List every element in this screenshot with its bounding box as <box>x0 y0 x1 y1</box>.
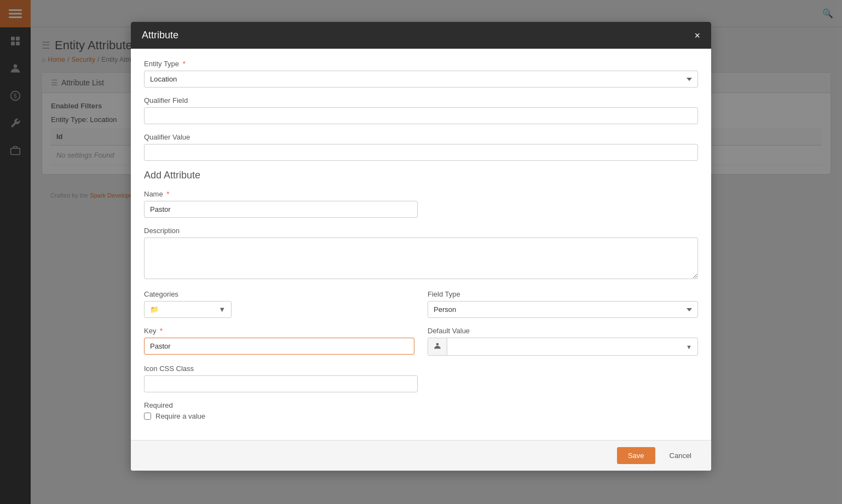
modal-title: Attribute <box>142 30 178 41</box>
field-type-label: Field Type <box>428 290 698 298</box>
save-button[interactable]: Save <box>617 447 655 464</box>
qualifier-field-input[interactable] <box>144 107 698 124</box>
qualifier-field-group: Qualifier Field <box>144 96 698 124</box>
icon-css-class-group: Icon CSS Class <box>144 364 698 392</box>
require-value-checkbox[interactable] <box>144 413 151 420</box>
description-textarea[interactable] <box>144 237 698 279</box>
key-required: * <box>160 327 163 335</box>
modal-body: Entity Type * Location Person Group Camp… <box>131 49 711 440</box>
modal-overlay: Attribute × Entity Type * Location Perso… <box>0 0 842 504</box>
field-type-select[interactable]: Person Text Integer Boolean Date <box>428 301 698 318</box>
require-value-label: Require a value <box>155 412 205 420</box>
required-group: Required Require a value <box>144 401 698 420</box>
entity-type-required: * <box>183 60 186 68</box>
name-required: * <box>166 190 169 198</box>
name-group: Name * <box>144 190 698 218</box>
name-label: Name * <box>144 190 698 198</box>
modal-footer: Save Cancel <box>131 440 711 471</box>
entity-type-label: Entity Type * <box>144 60 698 68</box>
key-default-row: Key * Default Value ▼ <box>144 327 698 364</box>
description-label: Description <box>144 227 698 235</box>
key-input[interactable] <box>144 338 414 355</box>
default-value-wrap: ▼ <box>428 338 698 356</box>
default-value-caret-icon[interactable]: ▼ <box>680 340 697 354</box>
cancel-button[interactable]: Cancel <box>661 447 700 464</box>
categories-fieldtype-row: Categories 📁 ▼ Field Type Person Text In… <box>144 290 698 327</box>
attribute-modal: Attribute × Entity Type * Location Perso… <box>131 22 711 471</box>
key-label: Key * <box>144 327 414 335</box>
qualifier-value-label: Qualifier Value <box>144 133 698 141</box>
entity-type-group: Entity Type * Location Person Group Camp… <box>144 60 698 88</box>
default-value-group: Default Value ▼ <box>428 327 698 356</box>
svg-point-11 <box>436 343 439 346</box>
qualifier-field-label: Qualifier Field <box>144 96 698 105</box>
icon-css-class-input[interactable] <box>144 375 418 392</box>
default-value-input[interactable] <box>447 339 680 355</box>
categories-button[interactable]: 📁 ▼ <box>144 301 232 318</box>
field-type-group: Field Type Person Text Integer Boolean D… <box>428 290 698 318</box>
categories-label: Categories <box>144 290 414 298</box>
name-input[interactable] <box>144 201 418 218</box>
entity-type-select[interactable]: Location Person Group Campus <box>144 71 698 88</box>
add-attribute-section: Add Attribute <box>144 170 698 181</box>
qualifier-value-input[interactable] <box>144 144 698 161</box>
categories-group: Categories 📁 ▼ <box>144 290 414 318</box>
description-group: Description <box>144 227 698 281</box>
category-caret-icon: ▼ <box>218 305 226 314</box>
default-value-label: Default Value <box>428 327 698 335</box>
required-label: Required <box>144 401 698 409</box>
default-person-icon <box>428 338 447 355</box>
require-value-wrap: Require a value <box>144 412 698 420</box>
modal-close-button[interactable]: × <box>694 31 700 40</box>
modal-header: Attribute × <box>131 22 711 49</box>
icon-css-class-label: Icon CSS Class <box>144 364 698 373</box>
folder-icon: 📁 <box>150 305 159 314</box>
qualifier-value-group: Qualifier Value <box>144 133 698 161</box>
key-group: Key * <box>144 327 414 356</box>
